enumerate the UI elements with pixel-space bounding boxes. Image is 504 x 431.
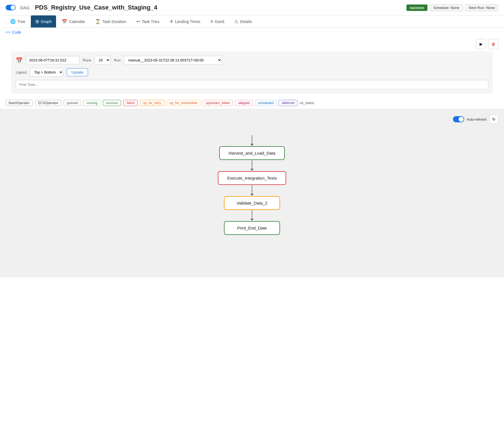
start-arrow [250,135,254,146]
calendar-date-icon: 📅 [16,57,23,64]
auto-refresh-switch[interactable] [453,116,464,122]
legend-queued[interactable]: queued [64,100,81,106]
legend-deferred[interactable]: deferred [279,100,297,106]
dag-toggle[interactable] [6,5,16,10]
dag-title: PDS_Registry_Use_Case_with_Staging_4 [35,4,158,11]
legend-running[interactable]: running [83,100,101,106]
calendar-icon: 📅 [62,19,67,24]
dag-node-execute[interactable]: Execute_Integration_Tests [218,171,286,185]
dag-arrow-line-2 [252,185,252,193]
dag-node-validate[interactable]: Validate_Data_2 [224,196,280,210]
tab-graph-label: Graph [41,19,52,24]
legend-bash[interactable]: BashOperator [6,100,33,106]
legend-no-status: no_status [300,101,314,105]
code-icon: <> [6,30,10,35]
manual-refresh-button[interactable]: ↻ [489,115,498,124]
graph-icon: ⊞ [35,19,39,24]
runs-label: Runs [83,58,91,62]
tab-landing-times[interactable]: ✈ Landing Times [165,15,205,27]
header-badges: success Schedule: None Next Run: None [406,4,498,11]
tab-task-duration[interactable]: ⏳ Task Duration [91,15,131,27]
task-tries-icon: ↩ [137,19,140,24]
date-input[interactable] [26,56,79,64]
tab-tree-label: Tree [17,19,25,24]
node-validate-label: Validate_Data_2 [237,201,267,205]
layout-select[interactable]: Top > Bottom [30,68,63,77]
controls-row-1: 📅 Runs 25 Run manual__2023-05-31T22:38:1… [16,56,488,65]
runs-select[interactable]: 25 [94,56,110,65]
tab-landing-times-label: Landing Times [175,19,200,24]
success-badge: success [406,4,427,11]
tab-details-label: Details [240,19,252,24]
node-execute-label: Execute_Integration_Tests [227,176,277,180]
gantt-icon: ≡ [211,19,213,24]
legend-success[interactable]: success [103,100,121,106]
update-button[interactable]: Update [67,68,88,76]
start-arrow-line [252,135,252,143]
action-toolbar: ▶ 🗑 [0,37,504,51]
sub-nav: <> Code [0,28,504,37]
dag-arrow-line-3 [252,210,252,218]
legend-ecs[interactable]: ECSOperator [35,100,61,106]
dag-arrow-1 [250,160,254,171]
graph-toolbar: Auto-refresh ↻ [6,115,498,124]
run-select[interactable]: manual__2023-05-31T22:38:13.003717+00:00 [124,56,222,65]
legend-upstream-failed[interactable]: upstream_failed [203,100,233,106]
graph-area: Auto-refresh ↻ Harvest_and_Load_Data Exe… [0,109,504,278]
legend-skipped[interactable]: skipped [235,100,253,106]
controls-section: 📅 Runs 25 Run manual__2023-05-31T22:38:1… [0,51,504,97]
task-duration-icon: ⏳ [95,19,101,24]
page-header: DAG: PDS_Registry_Use_Case_with_Staging_… [0,0,504,15]
legend-scheduled[interactable]: scheduled [255,100,277,106]
tab-details[interactable]: ⚠ Details [230,15,256,27]
legend-bar: BashOperator ECSOperator queued running … [0,97,504,109]
tab-task-duration-label: Task Duration [102,19,126,24]
tab-task-tries-label: Task Tries [142,19,159,24]
code-label: Code [12,30,21,35]
details-icon: ⚠ [234,19,238,24]
legend-up-for-retry[interactable]: up_for_retry [140,100,164,106]
layout-label: Layout [16,70,27,74]
dag-arrow-2 [250,185,254,196]
code-link[interactable]: <> Code [6,30,498,35]
run-button[interactable]: ▶ [476,39,486,49]
tab-task-tries[interactable]: ↩ Task Tries [132,15,164,27]
dag-node-print[interactable]: Print_End_Date [224,221,280,235]
tab-graph[interactable]: ⊞ Graph [31,15,56,27]
layout-row: Layout Top > Bottom Update [16,68,488,77]
dag-label: DAG: [20,5,31,10]
schedule-badge: Schedule: None [430,4,463,11]
delete-button[interactable]: 🗑 [488,39,498,49]
tree-icon: 🌐 [10,19,16,24]
tab-calendar[interactable]: 📅 Calendar [57,15,89,27]
next-run-badge: Next Run: None [465,4,499,11]
tab-calendar-label: Calendar [69,19,85,24]
run-label: Run [114,58,121,62]
find-task-input[interactable] [16,80,488,89]
node-harvest-label: Harvest_and_Load_Data [229,151,276,155]
dag-arrow-3 [250,210,254,221]
tab-tree[interactable]: 🌐 Tree [6,15,30,27]
legend-failed[interactable]: failed [123,100,138,106]
legend-up-for-reschedule[interactable]: up_for_reschedule [167,100,200,106]
controls-panel: 📅 Runs 25 Run manual__2023-05-31T22:38:1… [11,51,493,94]
nav-tabs: 🌐 Tree ⊞ Graph 📅 Calendar ⏳ Task Duratio… [0,15,504,28]
dag-node-harvest[interactable]: Harvest_and_Load_Data [219,146,285,160]
node-print-label: Print_End_Date [237,226,267,230]
auto-refresh-label: Auto-refresh [466,117,487,121]
tab-gantt-label: Gantt [215,19,224,24]
tab-gantt[interactable]: ≡ Gantt [206,16,229,27]
landing-times-icon: ✈ [170,19,173,24]
dag-flow: Harvest_and_Load_Data Execute_Integratio… [6,129,498,240]
find-task-row [16,80,488,89]
dag-arrow-line-1 [252,160,252,168]
auto-refresh-toggle: Auto-refresh [453,116,487,122]
